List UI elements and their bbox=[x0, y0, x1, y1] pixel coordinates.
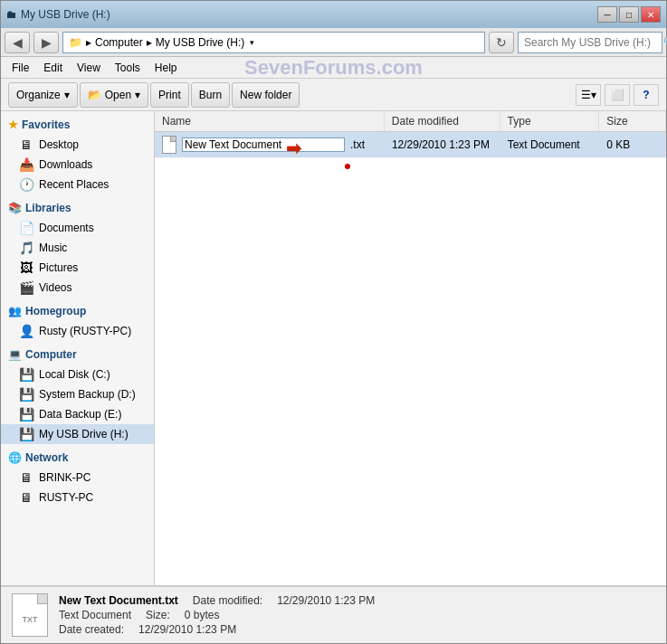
file-extension: .txt bbox=[350, 138, 365, 151]
status-created-label: Date created: bbox=[59, 623, 124, 636]
open-dropdown-icon: ▾ bbox=[135, 89, 140, 101]
open-icon: 📂 bbox=[88, 89, 101, 101]
search-input[interactable] bbox=[524, 36, 660, 49]
help-button[interactable]: ? bbox=[634, 84, 659, 106]
watermark: SevenForums.com bbox=[244, 57, 423, 79]
menu-view[interactable]: View bbox=[70, 60, 108, 76]
search-box[interactable]: 🔍 bbox=[518, 32, 662, 53]
address-field[interactable]: 📁 ▸ Computer ▸ My USB Drive (H:) ▾ bbox=[62, 32, 485, 53]
status-file-name: New Text Document.txt bbox=[59, 594, 178, 607]
view-controls: ☰▾ ⬜ ? bbox=[576, 84, 659, 106]
menu-file[interactable]: File bbox=[5, 60, 36, 76]
sidebar-item-rusty[interactable]: 👤 Rusty (RUSTY-PC) bbox=[1, 321, 154, 341]
status-size-value: 0 bytes bbox=[185, 609, 220, 621]
forward-button[interactable]: ▶ bbox=[33, 32, 59, 53]
favorites-label: Favorites bbox=[22, 118, 70, 131]
network-icon: 🌐 bbox=[8, 451, 22, 464]
rusty-label: Rusty (RUSTY-PC) bbox=[39, 325, 131, 337]
main-content: ★ Favorites 🖥 Desktop 📥 Downloads 🕐 Rece… bbox=[1, 111, 666, 585]
close-button[interactable]: ✕ bbox=[641, 6, 661, 23]
preview-pane-button[interactable]: ⬜ bbox=[605, 84, 630, 106]
sidebar-item-usb-drive[interactable]: 💾 My USB Drive (H:) ⬅ bbox=[1, 424, 154, 444]
menu-help[interactable]: Help bbox=[148, 60, 185, 76]
music-icon: 🎵 bbox=[19, 241, 33, 255]
open-button[interactable]: 📂 Open ▾ bbox=[80, 82, 148, 108]
documents-label: Documents bbox=[39, 222, 94, 234]
file-name-cell: .txt bbox=[155, 132, 385, 157]
sidebar-item-downloads[interactable]: 📥 Downloads bbox=[1, 155, 154, 175]
open-label: Open bbox=[105, 89, 131, 101]
sidebar-section-homegroup: 👥 Homegroup 👤 Rusty (RUSTY-PC) bbox=[1, 301, 154, 341]
sidebar-header-network[interactable]: 🌐 Network bbox=[1, 448, 154, 468]
new-folder-button[interactable]: New folder bbox=[232, 82, 300, 108]
burn-button[interactable]: Burn bbox=[191, 82, 230, 108]
sidebar-item-pictures[interactable]: 🖼 Pictures bbox=[1, 258, 154, 278]
sidebar-item-desktop[interactable]: 🖥 Desktop bbox=[1, 135, 154, 155]
minimize-button[interactable]: ─ bbox=[597, 6, 617, 23]
system-backup-icon: 💾 bbox=[19, 387, 33, 402]
new-folder-label: New folder bbox=[240, 89, 291, 101]
desktop-label: Desktop bbox=[39, 138, 79, 151]
maximize-button[interactable]: □ bbox=[619, 6, 639, 23]
usb-drive-label: My USB Drive (H:) bbox=[39, 428, 129, 440]
column-header: Name Date modified Type Size bbox=[155, 111, 666, 132]
sidebar-header-homegroup[interactable]: 👥 Homegroup bbox=[1, 301, 154, 321]
sidebar-item-system-backup[interactable]: 💾 System Backup (D:) bbox=[1, 384, 154, 404]
explorer-window: 🖿 My USB Drive (H:) ─ □ ✕ ◀ ▶ 📁 ▸ Comput… bbox=[0, 0, 667, 644]
rusty-pc-label: RUSTY-PC bbox=[39, 491, 93, 504]
column-name[interactable]: Name bbox=[155, 111, 385, 131]
sidebar-header-libraries[interactable]: 📚 Libraries bbox=[1, 198, 154, 218]
data-backup-label: Data Backup (E:) bbox=[39, 408, 121, 421]
file-type-icon bbox=[162, 136, 176, 154]
homegroup-icon: 👥 bbox=[8, 305, 22, 317]
title-bar: 🖿 My USB Drive (H:) ─ □ ✕ bbox=[1, 1, 666, 28]
print-button[interactable]: Print bbox=[150, 82, 189, 108]
status-date-value: 12/29/2010 1:23 PM bbox=[277, 594, 375, 607]
sidebar-item-local-disk[interactable]: 💾 Local Disk (C:) bbox=[1, 365, 154, 384]
column-size[interactable]: Size bbox=[599, 111, 666, 131]
sidebar-item-data-backup[interactable]: 💾 Data Backup (E:) bbox=[1, 404, 154, 424]
computer-label: Computer bbox=[25, 348, 77, 361]
sidebar-item-videos[interactable]: 🎬 Videos bbox=[1, 278, 154, 298]
status-row-name: New Text Document.txt Date modified: 12/… bbox=[59, 594, 375, 607]
menu-edit[interactable]: Edit bbox=[36, 60, 70, 76]
status-row-type: Text Document Size: 0 bytes bbox=[59, 609, 375, 621]
organize-dropdown-icon: ▾ bbox=[64, 89, 70, 101]
column-type[interactable]: Type bbox=[500, 111, 600, 131]
organize-label: Organize bbox=[16, 89, 61, 101]
menu-tools[interactable]: Tools bbox=[108, 60, 148, 76]
menu-bar: File Edit View Tools Help SevenForums.co… bbox=[1, 57, 666, 79]
window-icon: 🖿 bbox=[6, 8, 17, 21]
sidebar-header-favorites[interactable]: ★ Favorites bbox=[1, 115, 154, 135]
back-button[interactable]: ◀ bbox=[5, 32, 30, 53]
status-date-label: Date modified: bbox=[193, 594, 262, 607]
status-bar: TXT New Text Document.txt Date modified:… bbox=[1, 585, 666, 643]
sidebar-section-favorites: ★ Favorites 🖥 Desktop 📥 Downloads 🕐 Rece… bbox=[1, 115, 154, 194]
address-dropdown[interactable]: ▾ bbox=[250, 38, 254, 47]
change-view-button[interactable]: ☰▾ bbox=[576, 84, 601, 106]
status-file-icon-label: TXT bbox=[23, 615, 38, 624]
videos-icon: 🎬 bbox=[19, 280, 33, 295]
address-drive[interactable]: My USB Drive (H:) bbox=[156, 36, 245, 49]
computer-icon: 💻 bbox=[8, 348, 22, 361]
sidebar-item-rusty-pc[interactable]: 🖥 RUSTY-PC bbox=[1, 488, 154, 507]
sidebar-item-recent[interactable]: 🕐 Recent Places bbox=[1, 175, 154, 194]
table-row[interactable]: .txt 12/29/2010 1:23 PM Text Document 0 … bbox=[155, 132, 666, 158]
address-computer[interactable]: Computer bbox=[95, 36, 143, 49]
address-separator: ▸ bbox=[86, 36, 91, 49]
sidebar: ★ Favorites 🖥 Desktop 📥 Downloads 🕐 Rece… bbox=[1, 111, 155, 585]
address-bar: ◀ ▶ 📁 ▸ Computer ▸ My USB Drive (H:) ▾ ↻… bbox=[1, 28, 666, 57]
sidebar-item-documents[interactable]: 📄 Documents bbox=[1, 218, 154, 238]
sidebar-item-brink-pc[interactable]: 🖥 BRINK-PC bbox=[1, 468, 154, 488]
file-rename-input[interactable] bbox=[182, 137, 345, 152]
column-date-modified[interactable]: Date modified bbox=[385, 111, 500, 131]
search-icon: 🔍 bbox=[663, 36, 667, 49]
refresh-button[interactable]: ↻ bbox=[489, 32, 514, 53]
organize-button[interactable]: Organize ▾ bbox=[8, 82, 78, 108]
downloads-icon: 📥 bbox=[19, 157, 33, 172]
sidebar-header-computer[interactable]: 💻 Computer bbox=[1, 345, 154, 365]
sidebar-item-music[interactable]: 🎵 Music bbox=[1, 238, 154, 258]
brink-pc-label: BRINK-PC bbox=[39, 471, 91, 484]
toolbar: Organize ▾ 📂 Open ▾ Print Burn New folde… bbox=[1, 79, 666, 111]
favorites-icon: ★ bbox=[8, 118, 18, 131]
